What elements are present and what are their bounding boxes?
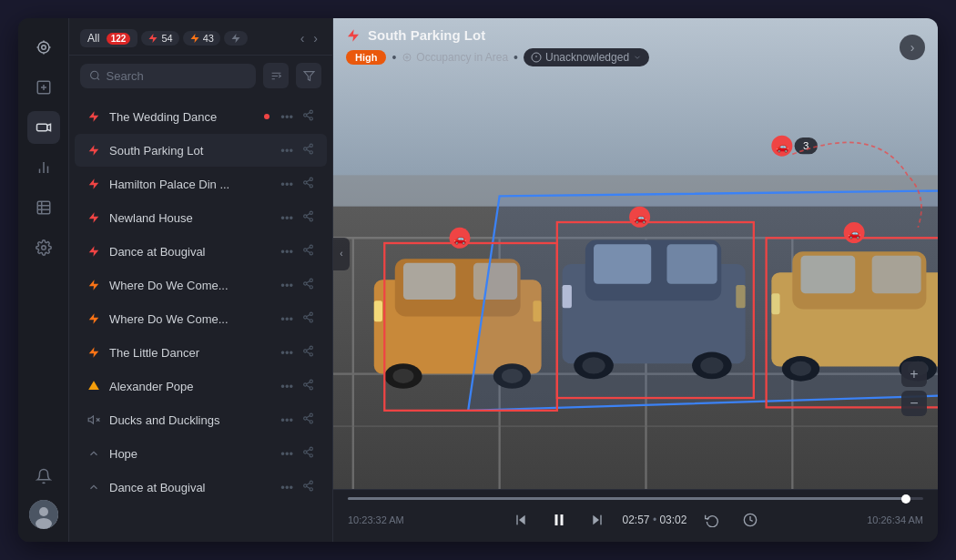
item-share-button[interactable] bbox=[300, 107, 316, 126]
item-share-button[interactable] bbox=[300, 242, 316, 260]
item-menu-button[interactable]: ••• bbox=[277, 344, 297, 361]
progress-bar[interactable] bbox=[348, 497, 923, 500]
list-item[interactable]: Dance at Bougival ••• bbox=[75, 235, 327, 268]
zoom-in-button[interactable]: + bbox=[901, 361, 927, 387]
svg-point-82 bbox=[304, 451, 307, 453]
tab-all[interactable]: All 122 bbox=[80, 29, 137, 47]
severity-icon bbox=[86, 479, 102, 495]
low-severity-filter[interactable] bbox=[224, 31, 248, 46]
play-pause-button[interactable] bbox=[546, 507, 572, 533]
search-input[interactable] bbox=[107, 69, 248, 83]
item-share-button[interactable] bbox=[300, 209, 316, 227]
svg-point-87 bbox=[304, 484, 307, 487]
item-menu-button[interactable]: ••• bbox=[277, 243, 297, 260]
prev-button[interactable]: ‹ bbox=[297, 29, 309, 47]
svg-marker-10 bbox=[46, 124, 50, 131]
list-item[interactable]: Dance at Bougival ••• bbox=[75, 471, 327, 504]
item-menu-button[interactable]: ••• bbox=[277, 108, 297, 126]
item-share-button[interactable] bbox=[300, 310, 316, 328]
sidebar-item-target[interactable] bbox=[27, 31, 60, 64]
unacknowledged-filter[interactable]: Unacknowledged bbox=[524, 48, 649, 66]
parking-scene-svg: 🚗 🚗 🚗 🚗 3 bbox=[333, 18, 938, 489]
filter-button[interactable] bbox=[296, 63, 321, 88]
video-topbar: South Parking Lot High • Occupancy in Ar… bbox=[333, 18, 938, 76]
item-menu-button[interactable]: ••• bbox=[277, 378, 297, 395]
item-share-button[interactable] bbox=[300, 141, 316, 159]
svg-point-40 bbox=[310, 185, 312, 188]
item-name: Hamilton Palace Din ... bbox=[109, 178, 270, 191]
orange-severity-filter[interactable]: 43 bbox=[183, 31, 220, 46]
rewind-button[interactable] bbox=[699, 507, 725, 533]
item-name: Dance at Bougival bbox=[109, 245, 270, 259]
svg-line-67 bbox=[307, 349, 310, 351]
list-item[interactable]: The Wedding Dance ••• bbox=[75, 100, 327, 133]
item-menu-button[interactable]: ••• bbox=[277, 176, 297, 193]
severity-title-icon bbox=[346, 28, 361, 43]
svg-point-70 bbox=[310, 387, 312, 390]
item-share-button[interactable] bbox=[300, 276, 316, 294]
filter-tabs: All 122 54 43 bbox=[80, 29, 291, 47]
item-share-button[interactable] bbox=[300, 411, 316, 429]
sidebar-item-camera[interactable] bbox=[27, 111, 60, 144]
item-share-button[interactable] bbox=[300, 343, 316, 361]
list-item[interactable]: Hope ••• bbox=[75, 437, 327, 470]
svg-line-80 bbox=[307, 416, 310, 418]
list-item[interactable]: Ducks and Ducklings ••• bbox=[75, 403, 327, 436]
svg-point-55 bbox=[310, 286, 312, 289]
player-bottom: 10:23:32 AM 02:57 • 03:02 bbox=[348, 507, 923, 533]
zoom-out-button[interactable]: − bbox=[901, 391, 927, 416]
sidebar-item-list[interactable] bbox=[27, 191, 60, 224]
svg-line-79 bbox=[307, 419, 310, 421]
red-severity-filter[interactable]: 54 bbox=[141, 31, 178, 46]
list-item[interactable]: The Little Dancer ••• bbox=[75, 336, 327, 369]
user-avatar[interactable] bbox=[29, 500, 58, 529]
progress-fill bbox=[348, 497, 906, 500]
item-menu-button[interactable]: ••• bbox=[277, 445, 297, 463]
svg-point-65 bbox=[310, 353, 312, 356]
item-menu-button[interactable]: ••• bbox=[277, 209, 297, 227]
next-button[interactable]: › bbox=[310, 29, 321, 47]
collapse-button[interactable]: › bbox=[900, 35, 925, 60]
skip-forward-button[interactable] bbox=[585, 507, 610, 533]
item-share-button[interactable] bbox=[300, 377, 316, 395]
collapse-panel-button[interactable]: ‹ bbox=[333, 238, 350, 270]
item-share-button[interactable] bbox=[300, 175, 316, 193]
list-item[interactable]: Where Do We Come... ••• bbox=[75, 302, 327, 335]
severity-icon bbox=[86, 176, 102, 192]
severity-icon bbox=[86, 209, 102, 226]
list-item[interactable]: Where Do We Come... ••• bbox=[75, 269, 327, 301]
list-item[interactable]: Newland House ••• bbox=[75, 201, 327, 234]
skip-back-button[interactable] bbox=[508, 507, 534, 533]
svg-point-81 bbox=[310, 447, 312, 450]
list-item[interactable]: Alexander Pope ••• bbox=[75, 370, 327, 402]
item-menu-button[interactable]: ••• bbox=[277, 277, 297, 294]
svg-rect-154 bbox=[560, 514, 563, 525]
svg-point-78 bbox=[310, 421, 312, 423]
sidebar-item-chart[interactable] bbox=[27, 151, 60, 184]
speed-button[interactable] bbox=[737, 507, 763, 533]
search-box[interactable] bbox=[80, 64, 256, 88]
item-actions: ••• bbox=[277, 242, 316, 260]
item-menu-button[interactable]: ••• bbox=[277, 479, 297, 496]
svg-marker-133 bbox=[468, 191, 938, 411]
sort-button[interactable] bbox=[263, 63, 289, 88]
item-actions: ••• bbox=[277, 141, 316, 159]
svg-point-28 bbox=[310, 110, 312, 113]
active-dot bbox=[264, 114, 270, 119]
item-menu-button[interactable]: ••• bbox=[277, 311, 297, 328]
list-item[interactable]: South Parking Lot ••• bbox=[75, 134, 327, 167]
sidebar-item-add[interactable] bbox=[27, 71, 60, 104]
severity-icon bbox=[86, 277, 102, 293]
item-share-button[interactable] bbox=[300, 444, 316, 463]
player-controls: 10:23:32 AM 02:57 • 03:02 bbox=[333, 489, 938, 542]
chevron-navigation: ‹ › bbox=[297, 29, 321, 47]
svg-text:🚗: 🚗 bbox=[453, 232, 467, 245]
list-item[interactable]: Hamilton Palace Din ... ••• bbox=[75, 168, 327, 200]
svg-line-56 bbox=[307, 284, 310, 286]
item-menu-button[interactable]: ••• bbox=[277, 412, 297, 429]
bell-button[interactable] bbox=[27, 460, 60, 493]
sidebar-bottom bbox=[27, 460, 60, 529]
sidebar-item-settings[interactable] bbox=[27, 231, 60, 264]
item-share-button[interactable] bbox=[300, 478, 316, 496]
item-menu-button[interactable]: ••• bbox=[277, 142, 297, 159]
